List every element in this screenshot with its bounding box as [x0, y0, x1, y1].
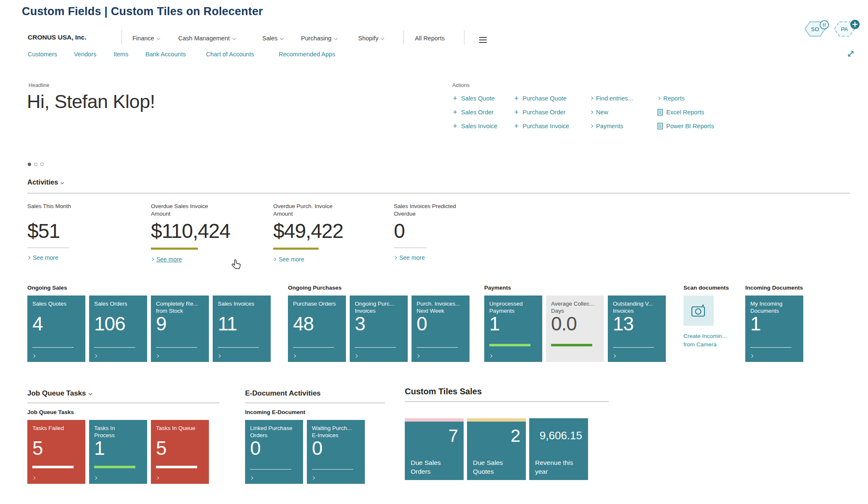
headline-label: Headline [29, 82, 49, 88]
tile-my-incoming-documents[interactable]: My Incoming Documents 1 [745, 296, 803, 362]
create-incoming-from-camera-link[interactable]: Create Incomin... from Camera [683, 332, 727, 348]
nav-divider [403, 30, 404, 45]
menu-all-reports[interactable]: All Reports [415, 35, 445, 42]
action-purchase-invoice[interactable]: +Purchase Invoice [514, 121, 569, 131]
tile-purch-invoices-next-week[interactable]: Purch. Invoices... Next Week 0 [412, 296, 470, 362]
chevron-right-icon [416, 354, 419, 358]
section-rule [245, 403, 385, 403]
tile-value: 9 [156, 312, 166, 335]
action-sales-invoice[interactable]: +Sales Invoice [452, 121, 497, 131]
chevron-down-icon [232, 37, 235, 40]
tile-status-bar [94, 466, 135, 468]
action-purchase-order[interactable]: +Purchase Order [514, 107, 569, 117]
tile-divider [355, 347, 396, 348]
action-powerbi-reports[interactable]: Power BI Reports [657, 121, 714, 131]
job-queue-header[interactable]: Job Queue Tasks [27, 389, 92, 398]
menu-icon[interactable] [479, 37, 487, 45]
action-excel-reports[interactable]: Excel Reports [657, 107, 714, 117]
see-more-link[interactable]: See more [394, 254, 507, 261]
carousel-dot[interactable] [40, 163, 44, 166]
edocument-header[interactable]: E-Document Activities [245, 389, 321, 398]
tile-sales-invoices[interactable]: Sales Invoices 11 [213, 296, 271, 362]
tile-tasks-failed[interactable]: Tasks Failed 5 [27, 420, 85, 484]
tile-completely-received[interactable]: Completely Re... from Stock 9 [151, 296, 209, 362]
headline-greeting: Hi, Stefan Klop! [27, 91, 155, 113]
plus-icon: + [514, 109, 519, 115]
tile-unprocessed-payments[interactable]: Unprocessed Payments 1 [484, 296, 542, 362]
see-more-link[interactable]: See more [27, 254, 141, 261]
navlink-recommended-apps[interactable]: Recommended Apps [279, 51, 335, 58]
chevron-right-icon [217, 354, 221, 358]
tile-value: 106 [94, 312, 125, 335]
tile-label: Sales Orders [94, 300, 142, 307]
carousel-dot-active[interactable] [28, 163, 31, 166]
tile-tasks-in-process[interactable]: Tasks In Process 1 [89, 420, 147, 484]
chevron-down-icon [334, 37, 337, 40]
tile-sales-orders[interactable]: Sales Orders 106 [89, 296, 147, 362]
action-new[interactable]: New [590, 107, 633, 117]
chevron-right-icon [250, 476, 253, 480]
tile-purchase-orders[interactable]: Purchase Orders 48 [288, 296, 346, 362]
see-more-link[interactable]: See more [151, 256, 264, 263]
action-purchase-quote[interactable]: +Purchase Quote [514, 93, 569, 103]
tile-accent-strip [467, 418, 526, 422]
tile-tasks-in-queue[interactable]: Tasks In Queue 5 [151, 420, 209, 484]
menu-purchasing[interactable]: Purchasing [301, 35, 337, 42]
menu-shopify[interactable]: Shopify [358, 35, 384, 42]
activities-header[interactable]: Activities [27, 178, 63, 186]
tile-sales-quotes[interactable]: Sales Quotes 4 [27, 296, 85, 362]
kpi-value[interactable]: 0 [394, 220, 507, 242]
tile-label: Purchase Orders [293, 300, 341, 307]
tile-label: Tasks Failed [32, 425, 80, 432]
navlink-bank-accounts[interactable]: Bank Accounts [145, 51, 186, 58]
tile-revenue-this-year[interactable]: 9,606.15 Revenue this year [529, 418, 588, 480]
chevron-right-icon [156, 476, 159, 480]
action-find-entries[interactable]: Find entries... [590, 93, 633, 103]
scan-camera-button[interactable] [683, 296, 714, 326]
tile-due-sales-orders[interactable]: 7 Due Sales Orders [405, 418, 464, 480]
tile-value: 7 [449, 426, 458, 446]
tile-ongoing-purchase-invoices[interactable]: Ongoing Purc... Invoices 3 [350, 296, 408, 362]
action-reports[interactable]: Reports [657, 93, 714, 103]
menu-cash-management[interactable]: Cash Management [178, 35, 235, 42]
tile-label: Due Sales Orders [411, 459, 441, 476]
kpi-value[interactable]: $49,422 [273, 220, 387, 242]
menu-finance[interactable]: Finance [132, 35, 160, 42]
chevron-right-icon [354, 354, 358, 358]
company-name[interactable]: CRONUS USA, Inc. [28, 34, 87, 41]
actions-column-navigate: Find entries... New Payments [590, 93, 633, 135]
kpi-underline [27, 248, 69, 248]
tile-label: Revenue this year [535, 459, 573, 476]
action-sales-order[interactable]: +Sales Order [452, 107, 497, 117]
tile-linked-purchase-orders[interactable]: Linked Purchase Orders 0 [245, 420, 303, 484]
action-sales-quote[interactable]: +Sales Quote [452, 93, 497, 103]
navlink-items[interactable]: Items [113, 51, 128, 58]
navlink-vendors[interactable]: Vendors [74, 51, 96, 58]
tile-value: 0 [417, 312, 427, 335]
actions-label: Actions [452, 82, 470, 88]
carousel-dot[interactable] [34, 163, 37, 166]
actions-column-purchase: +Purchase Quote +Purchase Order +Purchas… [514, 93, 569, 135]
navlink-customers[interactable]: Customers [28, 51, 57, 58]
tile-label: Due Sales Quotes [473, 459, 503, 476]
navlink-chart-of-accounts[interactable]: Chart of Accounts [206, 51, 254, 58]
tile-value: 13 [613, 312, 633, 335]
see-more-link[interactable]: See more [273, 256, 387, 263]
tile-due-sales-quotes[interactable]: 2 Due Sales Quotes [467, 418, 526, 480]
kpi-value[interactable]: $110,424 [151, 220, 264, 242]
tile-outstanding-vendor-invoices[interactable]: Outstanding V... Invoices 13 [608, 296, 666, 362]
chevron-right-icon [150, 258, 154, 261]
report-document-icon [657, 123, 663, 129]
tile-divider [156, 347, 197, 348]
report-document-icon [657, 109, 663, 116]
tile-waiting-purchase-einvoices[interactable]: Waiting Purch... E-Invoices 0 [307, 420, 365, 484]
expand-icon[interactable] [847, 50, 855, 60]
carousel-dots [28, 163, 44, 166]
kpi-value[interactable]: $51 [27, 220, 141, 242]
badge-so[interactable]: SO [805, 19, 831, 40]
section-rule [405, 401, 609, 402]
action-payments[interactable]: Payments [590, 121, 633, 131]
badge-pa[interactable]: PA [834, 19, 861, 40]
menu-sales[interactable]: Sales [262, 35, 283, 42]
custom-tiles-header[interactable]: Custom Tiles Sales [405, 387, 482, 396]
